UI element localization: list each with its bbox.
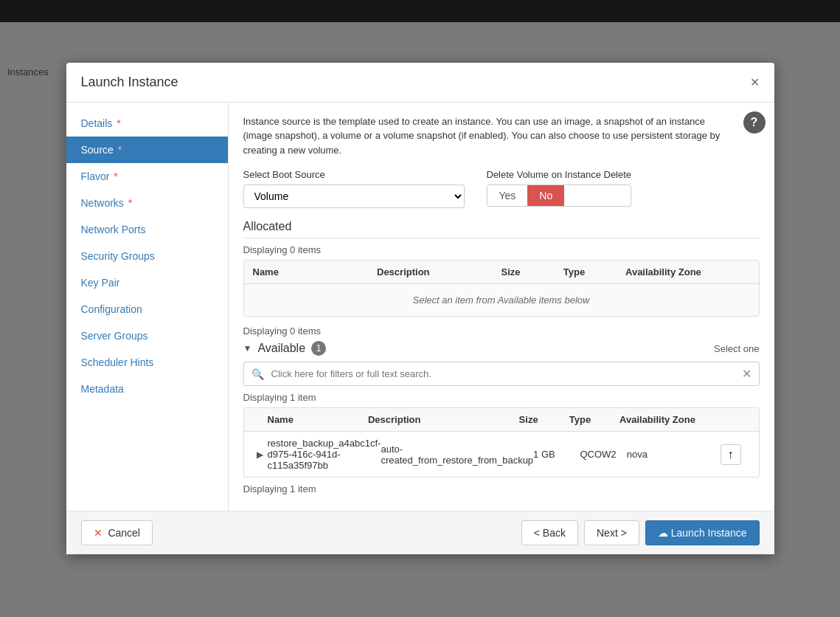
modal-close-button[interactable]: × — [751, 75, 760, 89]
available-table-header: Name Description Size Type Availability … — [244, 408, 759, 432]
required-star: * — [111, 170, 117, 182]
modal-body: Details * Source * Flavor * Networks * N… — [66, 103, 774, 511]
avail-item-az: nova — [627, 449, 721, 460]
sidebar-item-details-label: Details — [81, 117, 113, 129]
sidebar-item-source-label: Source — [81, 144, 114, 156]
avail-col-expand — [253, 414, 268, 425]
allocated-title: Allocated — [243, 220, 760, 238]
sidebar-item-server-groups[interactable]: Server Groups — [66, 323, 228, 349]
sidebar-item-scheduler-hints[interactable]: Scheduler Hints — [66, 349, 228, 376]
sidebar-item-details[interactable]: Details * — [66, 110, 228, 137]
sidebar-item-flavor-label: Flavor — [81, 170, 110, 182]
sidebar-item-security-groups[interactable]: Security Groups — [66, 243, 228, 269]
sidebar-item-flavor[interactable]: Flavor * — [66, 163, 228, 190]
cancel-icon: ✕ — [94, 527, 103, 539]
launch-label: Launch Instance — [671, 527, 747, 539]
toggle-no-button[interactable]: No — [527, 185, 564, 206]
sidebar-item-configuration-label: Configuration — [81, 303, 142, 315]
boot-source-label: Select Boot Source — [243, 169, 465, 180]
avail-item-size: 1 GB — [533, 449, 580, 460]
select-one-label: Select one — [714, 343, 759, 354]
available-display-count-top: Displaying 1 item — [243, 392, 760, 403]
avail-col-type: Type — [569, 414, 619, 425]
available-badge: 1 — [311, 341, 326, 356]
boot-source-group: Select Boot Source Image Instance Snapsh… — [243, 169, 465, 208]
required-star: * — [115, 144, 122, 156]
boot-source-select[interactable]: Image Instance Snapshot Volume Volume Sn… — [243, 185, 465, 208]
sidebar-item-scheduler-hints-label: Scheduler Hints — [81, 356, 154, 368]
sidebar-item-security-groups-label: Security Groups — [81, 250, 155, 262]
delete-volume-label: Delete Volume on Instance Delete — [487, 169, 632, 180]
avail-col-desc: Description — [368, 414, 519, 425]
description-text: Instance source is the template used to … — [243, 114, 760, 158]
alloc-col-size: Size — [501, 266, 563, 278]
avail-item-type: QCOW2 — [580, 449, 626, 460]
alloc-col-name: Name — [253, 266, 378, 278]
sidebar-item-key-pair[interactable]: Key Pair — [66, 269, 228, 296]
sidebar-item-metadata-label: Metadata — [81, 383, 124, 395]
modal-title: Launch Instance — [81, 75, 178, 90]
footer-left: ✕ Cancel — [81, 520, 153, 545]
avail-item-description: auto-created_from_restore_from_backup — [381, 444, 533, 466]
delete-volume-group: Delete Volume on Instance Delete Yes No — [487, 169, 632, 207]
sidebar-item-key-pair-label: Key Pair — [81, 277, 120, 289]
sidebar-item-configuration[interactable]: Configuration — [66, 296, 228, 323]
next-button[interactable]: Next > — [584, 520, 639, 545]
search-input[interactable] — [271, 364, 735, 384]
available-table: Name Description Size Type Availability … — [243, 407, 760, 478]
required-star: * — [125, 197, 132, 209]
sidebar: Details * Source * Flavor * Networks * N… — [66, 103, 229, 511]
search-icon: 🔍 — [244, 364, 271, 385]
allocated-display-count: Displaying 0 items — [243, 244, 760, 255]
avail-col-action — [720, 414, 749, 425]
sidebar-item-networks-label: Networks — [81, 197, 124, 209]
delete-volume-toggle: Yes No — [487, 185, 632, 207]
avail-item-name: restore_backup_a4abc1cf-d975-416c-941d-c… — [268, 438, 381, 471]
cancel-button[interactable]: ✕ Cancel — [81, 520, 153, 545]
available-title: ▼ Available 1 — [243, 341, 327, 356]
search-bar: 🔍 ✕ — [243, 362, 760, 386]
sidebar-item-server-groups-label: Server Groups — [81, 330, 148, 342]
form-row: Select Boot Source Image Instance Snapsh… — [243, 169, 760, 208]
alloc-col-desc: Description — [377, 266, 501, 278]
help-icon[interactable]: ? — [743, 111, 766, 134]
allocate-item-button[interactable]: ↑ — [721, 444, 741, 465]
allocated-table: Name Description Size Type Availability … — [243, 260, 760, 317]
alloc-col-az: Availability Zone — [625, 266, 750, 278]
footer-right: < Back Next > ☁ Launch Instance — [521, 520, 760, 545]
toggle-yes-button[interactable]: Yes — [487, 185, 528, 206]
sidebar-item-source[interactable]: Source * — [66, 137, 228, 163]
chevron-down-icon: ▼ — [243, 343, 252, 354]
sidebar-item-network-ports-label: Network Ports — [81, 224, 146, 235]
required-star: * — [114, 117, 120, 129]
allocated-display-count-bottom: Displaying 0 items — [243, 325, 760, 337]
main-content: ? Instance source is the template used t… — [229, 103, 774, 511]
alloc-col-type: Type — [563, 266, 625, 278]
sidebar-item-networks[interactable]: Networks * — [66, 190, 228, 216]
avail-col-size: Size — [519, 414, 569, 425]
available-header: ▼ Available 1 Select one — [243, 341, 760, 356]
avail-col-az: Availability Zone — [619, 414, 720, 425]
cancel-label: Cancel — [108, 527, 140, 539]
modal-overlay: Launch Instance × Details * Source * Fla… — [0, 0, 840, 617]
launch-icon: ☁ — [658, 527, 668, 539]
available-title-text: Available — [257, 342, 305, 355]
sidebar-item-metadata[interactable]: Metadata — [66, 376, 228, 402]
sidebar-item-network-ports[interactable]: Network Ports — [66, 216, 228, 243]
expand-row-button[interactable]: ▶ — [253, 449, 268, 460]
allocated-empty-message: Select an item from Available items belo… — [244, 284, 759, 316]
avail-col-name: Name — [268, 414, 368, 425]
launch-instance-button[interactable]: ☁ Launch Instance — [645, 520, 760, 545]
table-row: ▶ restore_backup_a4abc1cf-d975-416c-941d… — [244, 432, 759, 477]
available-display-count-bottom: Displaying 1 item — [243, 483, 760, 494]
modal-dialog: Launch Instance × Details * Source * Fla… — [66, 63, 774, 555]
back-button[interactable]: < Back — [521, 520, 578, 545]
search-clear-button[interactable]: ✕ — [735, 362, 759, 385]
modal-footer: ✕ Cancel < Back Next > ☁ Launch Instance — [66, 511, 774, 554]
allocated-table-header: Name Description Size Type Availability … — [244, 261, 759, 284]
modal-header: Launch Instance × — [66, 63, 774, 103]
